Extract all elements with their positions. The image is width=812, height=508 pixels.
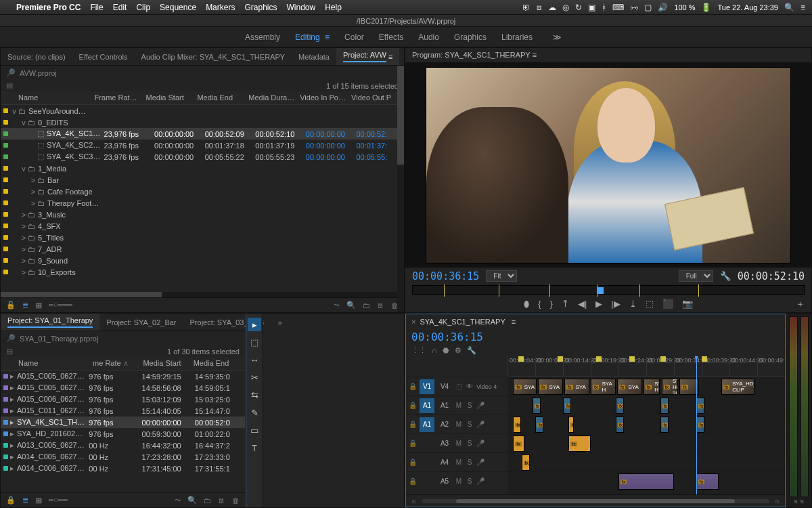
- program-timecode[interactable]: 00:00:36:15: [412, 270, 479, 282]
- go-in-icon[interactable]: ⤒: [562, 299, 569, 309]
- program-mini-timeline[interactable]: [412, 285, 805, 295]
- col-name[interactable]: Name: [14, 93, 92, 102]
- audio-clip[interactable]: fx: [696, 398, 704, 414]
- thumb-slider[interactable]: ━○━━: [49, 496, 68, 505]
- project-row[interactable]: ▸A015_C005_06275H_001.R3 976 fps14:59:29…: [1, 371, 245, 382]
- lift-icon[interactable]: ⬚: [646, 299, 654, 309]
- tab-audio-mixer[interactable]: Audio Clip Mixer: SYA_4K_SC1_THERAPY: [135, 48, 292, 65]
- tab-source[interactable]: Source: (no clips): [1, 48, 72, 65]
- mark-in-icon[interactable]: ⬮: [524, 299, 529, 310]
- new-bin-icon[interactable]: 🗀: [204, 496, 211, 505]
- audio-clip[interactable]: fx: [533, 398, 541, 414]
- project-row[interactable]: v🗀SeeYouAround_SharedProjects_v: [1, 105, 404, 117]
- new-item-icon[interactable]: 🗎: [377, 301, 384, 310]
- status-sync-icon[interactable]: ↻: [575, 3, 582, 12]
- search-icon[interactable]: 🔎: [6, 334, 16, 343]
- project-row[interactable]: ⬚SYA_4K_SC3_CAFE 23,976 fps00:00:00:0000…: [1, 151, 404, 163]
- status-cc-icon[interactable]: ◎: [562, 3, 569, 12]
- marker-icon[interactable]: ⬣: [443, 346, 449, 355]
- menu-window[interactable]: Window: [287, 3, 316, 12]
- step-fwd-icon[interactable]: |▶: [611, 299, 620, 309]
- status-battery-icon[interactable]: 🔋: [701, 3, 711, 12]
- workspace-effects[interactable]: Effects: [379, 33, 403, 42]
- app-name[interactable]: Premiere Pro CC: [16, 3, 81, 12]
- play-icon[interactable]: ▶: [595, 299, 602, 309]
- tool-7[interactable]: T: [248, 441, 261, 454]
- tab-metadata[interactable]: Metadata: [292, 48, 336, 65]
- program-quality-select[interactable]: Full: [679, 270, 713, 282]
- audio-clip[interactable]: fx: [568, 436, 591, 452]
- project-row[interactable]: ▸A013_C005_0627SB_001.R3 00 Hz16:44:32:0…: [1, 440, 245, 451]
- find-icon[interactable]: 🔍: [187, 496, 197, 505]
- timeline-hscroll[interactable]: [422, 499, 770, 503]
- col-framerate[interactable]: Frame Rate ∨: [92, 93, 143, 102]
- menu-help[interactable]: Help: [325, 3, 342, 12]
- status-display2-icon[interactable]: ▢: [644, 3, 652, 12]
- tool-3[interactable]: ✂: [248, 371, 261, 384]
- project2-rows[interactable]: ▸A015_C005_06275H_001.R3 976 fps14:59:29…: [1, 371, 245, 492]
- project-row[interactable]: >🗀Therapy Footage: [1, 197, 404, 209]
- snap-icon[interactable]: ⋮⋮: [411, 346, 426, 355]
- status-clock[interactable]: Tue 22. Aug 23:39: [717, 3, 778, 12]
- wrench-icon[interactable]: 🔧: [467, 346, 476, 355]
- status-keyboard-icon[interactable]: ⌨: [612, 3, 624, 12]
- audio-clip[interactable]: fx: [563, 398, 571, 414]
- project-row[interactable]: >🗀Bar: [1, 174, 404, 186]
- audio-track-header[interactable]: 🔒A5MS🎤: [406, 471, 508, 490]
- tool-6[interactable]: ▭: [248, 423, 261, 437]
- icon-view-icon[interactable]: ▦: [35, 301, 42, 310]
- audio-clip[interactable]: fxCh. 1: [616, 398, 624, 414]
- col-media-duration[interactable]: Media Duration: [246, 93, 297, 102]
- project-row[interactable]: >🗀5_Titles: [1, 232, 404, 243]
- notification-icon[interactable]: ≡: [800, 3, 805, 12]
- col-media-end[interactable]: Media End: [194, 93, 246, 102]
- audio-clip[interactable]: fxCh. 1: [660, 398, 669, 414]
- audio-track-header[interactable]: 🔒A4MS🎤: [406, 452, 508, 471]
- tool-0[interactable]: ▸: [248, 318, 261, 331]
- audio-clip[interactable]: fx: [618, 473, 674, 490]
- video-clip[interactable]: fxSYA: [538, 379, 563, 395]
- project-row[interactable]: ▸A015_C005_06275H_001.R3 976 fps14:58:56…: [1, 382, 245, 394]
- project-row[interactable]: v🗀1_Media: [1, 163, 404, 174]
- audio-clip[interactable]: fx: [696, 473, 719, 490]
- project-row[interactable]: ▸A015_C011_0627XI_001.R3C 976 fps15:14:4…: [1, 405, 245, 417]
- project-vscroll[interactable]: [397, 66, 404, 312]
- project-row[interactable]: >🗀4_SFX: [1, 220, 404, 232]
- status-bt-icon[interactable]: ᚼ: [602, 3, 606, 12]
- col-media-end[interactable]: Media End: [191, 359, 241, 368]
- status-dropbox-icon[interactable]: ⧈: [537, 3, 542, 12]
- video-clip[interactable]: fxSYA H: [591, 379, 616, 395]
- timeline-timecode[interactable]: 00:00:36:15: [406, 329, 785, 345]
- audio-clip[interactable]: fx: [513, 417, 521, 433]
- project-row[interactable]: ⬚SYA_4K_SC1_THERAPY 23,976 fps00:00:00:0…: [1, 128, 404, 140]
- icon-view-icon[interactable]: ▦: [35, 496, 42, 505]
- menu-file[interactable]: File: [90, 3, 103, 12]
- project-row[interactable]: ▸A014_C005_0627C5_001.R3 00 Hz17:23:28:0…: [1, 451, 245, 463]
- zoom-in-icon[interactable]: ○: [775, 497, 780, 505]
- audio-clip[interactable]: fx: [513, 436, 524, 452]
- tool-4[interactable]: ⇆: [248, 388, 261, 402]
- project-row[interactable]: ▸SYA_HD_20160211 CLIP #1.r 976 fps00:59:…: [1, 428, 245, 440]
- menu-graphics[interactable]: Graphics: [244, 3, 277, 12]
- go-out-icon[interactable]: ⤓: [629, 299, 637, 309]
- video-clip[interactable]: fxSYA: [513, 379, 537, 395]
- project-row[interactable]: >🗀3_Music: [1, 209, 404, 220]
- menu-markers[interactable]: Markers: [206, 3, 235, 12]
- tab-project[interactable]: Project: AVW ≡: [336, 48, 399, 65]
- tab-effect-controls[interactable]: Effect Controls: [72, 48, 135, 65]
- audio-track-header[interactable]: 🔒A3MS🎤: [406, 433, 508, 452]
- timeline-area[interactable]: 00:00:04:2300:00:09:2300:00:14:2300:00:1…: [508, 356, 785, 494]
- ingest-lock-icon[interactable]: 🔓: [6, 301, 16, 310]
- tool-2[interactable]: ↔: [248, 353, 261, 366]
- list-view-icon[interactable]: ≣: [22, 301, 28, 310]
- video-track-header[interactable]: 🔒V1V4⬚👁Video 4: [406, 377, 508, 396]
- tab-proj-overflow[interactable]: »: [271, 314, 288, 331]
- settings-icon[interactable]: ⚙: [455, 346, 461, 355]
- menu-edit[interactable]: Edit: [113, 3, 127, 12]
- new-bin-icon[interactable]: 🗀: [363, 301, 370, 310]
- filter-icon[interactable]: ▤: [6, 81, 13, 90]
- tool-1[interactable]: ⬚: [248, 335, 261, 349]
- project-row[interactable]: >🗀7_ADR: [1, 243, 404, 255]
- project-row[interactable]: >🗀9_Sound: [1, 255, 404, 266]
- audio-clip[interactable]: fx: [535, 417, 543, 433]
